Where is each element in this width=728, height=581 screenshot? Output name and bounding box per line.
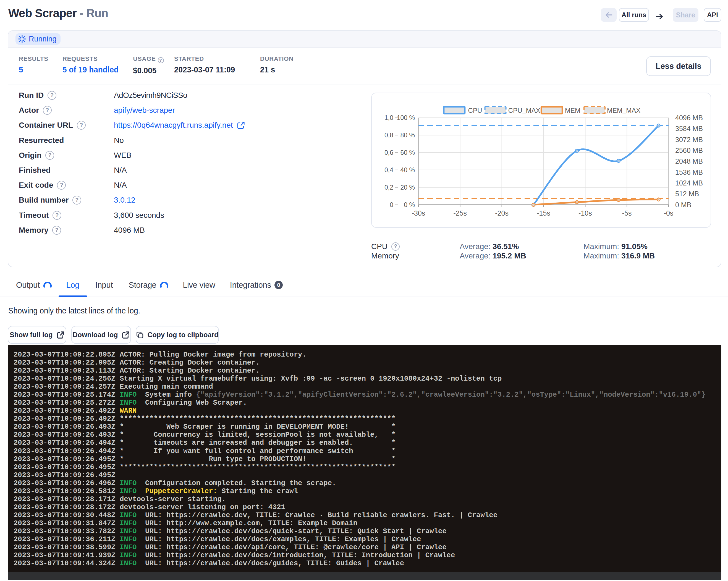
svg-text:CPU_MAX: CPU_MAX xyxy=(508,107,540,114)
svg-text:-30s: -30s xyxy=(412,209,425,217)
svg-text:-25s: -25s xyxy=(453,209,467,217)
svg-text:-15s: -15s xyxy=(537,209,550,217)
svg-text:1,0: 1,0 xyxy=(385,114,393,121)
svg-text:0,4: 0,4 xyxy=(385,166,393,174)
svg-text:0,6: 0,6 xyxy=(385,149,393,156)
svg-text:3072 MB: 3072 MB xyxy=(675,136,703,143)
svg-text:-20s: -20s xyxy=(495,209,509,217)
svg-text:3584 MB: 3584 MB xyxy=(675,125,703,132)
svg-text:-5s: -5s xyxy=(622,209,632,217)
svg-text:512 MB: 512 MB xyxy=(675,190,699,197)
svg-text:MEM_MAX: MEM_MAX xyxy=(607,107,641,114)
svg-text:0 MB: 0 MB xyxy=(675,201,691,209)
svg-text:0 %: 0 % xyxy=(404,201,415,208)
svg-text:100 %: 100 % xyxy=(397,114,415,121)
svg-text:60 %: 60 % xyxy=(400,149,415,156)
svg-text:1024 MB: 1024 MB xyxy=(675,179,703,187)
svg-text:MEM: MEM xyxy=(565,107,580,114)
svg-text:-0s: -0s xyxy=(664,209,674,217)
svg-text:2560 MB: 2560 MB xyxy=(675,147,703,154)
svg-text:20 %: 20 % xyxy=(400,184,415,191)
svg-text:1536 MB: 1536 MB xyxy=(675,168,703,176)
svg-text:40 %: 40 % xyxy=(400,166,415,174)
svg-text:0,2: 0,2 xyxy=(385,184,393,191)
svg-text:0,8: 0,8 xyxy=(385,132,393,139)
svg-text:CPU: CPU xyxy=(468,107,482,114)
svg-text:80 %: 80 % xyxy=(400,132,415,139)
svg-text:4096 MB: 4096 MB xyxy=(675,114,703,122)
svg-text:-10s: -10s xyxy=(578,209,592,217)
svg-text:0: 0 xyxy=(390,201,393,208)
svg-text:2048 MB: 2048 MB xyxy=(675,157,703,165)
